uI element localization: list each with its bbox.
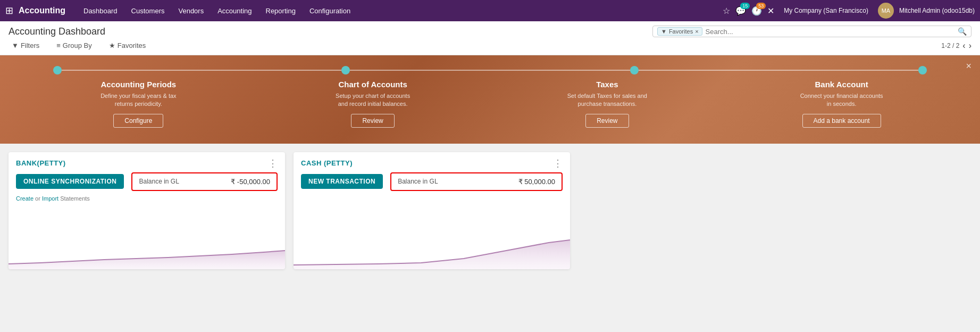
online-sync-button[interactable]: ONLINE SYNCHRONIZATION xyxy=(16,174,124,189)
page-title: Accounting Dashboard xyxy=(9,26,652,37)
card-1-menu-icon[interactable]: ⋮ xyxy=(268,157,278,169)
nav-dashboard[interactable]: Dashboard xyxy=(77,5,124,17)
chat-badge: 15 xyxy=(740,3,750,9)
card-2-title: CASH (PETTY) xyxy=(301,159,353,167)
search-input[interactable] xyxy=(706,28,954,36)
new-transaction-button[interactable]: NEW TRANSACTION xyxy=(301,174,383,189)
filters-label: Filters xyxy=(21,42,39,49)
clock-badge: 53 xyxy=(756,3,766,9)
card-2-body: NEW TRANSACTION Balance in GL ₹ 50,000.0… xyxy=(294,172,570,227)
step-1-title: Accounting Periods xyxy=(101,80,177,89)
card-1-link: Create or Import Statements xyxy=(16,195,278,202)
favorites-tag[interactable]: ▼ Favorites × xyxy=(657,27,702,36)
filter-group: ▼ Filters ≡ Group By ★ Favorites xyxy=(9,40,149,51)
prev-page-button[interactable]: ‹ xyxy=(962,41,965,51)
step-dot-2 xyxy=(341,66,350,74)
next-page-button[interactable]: › xyxy=(969,41,971,51)
groupby-button[interactable]: ≡ Group By xyxy=(53,40,95,51)
step-2-button[interactable]: Review xyxy=(351,114,394,128)
star-icon-btn[interactable]: ☆ xyxy=(723,6,730,16)
step-2-desc: Setup your chart of accounts and record … xyxy=(330,92,415,109)
grid-icon[interactable]: ⊞ xyxy=(5,5,13,16)
card-1-balance-label: Balance in GL xyxy=(139,178,179,185)
card-1-body: ONLINE SYNCHRONIZATION Balance in GL ₹ -… xyxy=(9,172,285,227)
close-icon-btn[interactable]: ✕ xyxy=(767,6,774,16)
close-banner-button[interactable]: × xyxy=(966,61,971,72)
dashboard-content: BANK(PETTY) ⋮ ONLINE SYNCHRONIZATION Bal… xyxy=(0,144,980,278)
favorites-button[interactable]: ★ Favorites xyxy=(106,40,149,51)
step-1-desc: Define your fiscal years & tax returns p… xyxy=(96,92,181,109)
step-connector-1 xyxy=(62,70,341,71)
bank-petty-card: BANK(PETTY) ⋮ ONLINE SYNCHRONIZATION Bal… xyxy=(9,152,285,269)
topnav-actions: ☆ 💬 15 🕐 53 ✕ My Company (San Francisco)… xyxy=(723,3,975,19)
search-bar: ▼ Favorites × 🔍 xyxy=(652,26,971,37)
company-name: My Company (San Francisco) xyxy=(784,7,868,14)
nav-accounting[interactable]: Accounting xyxy=(211,5,258,17)
user-avatar[interactable]: MA xyxy=(878,3,894,19)
top-navigation: ⊞ Accounting Dashboard Customers Vendors… xyxy=(0,0,980,21)
card-2-menu-icon[interactable]: ⋮ xyxy=(553,157,563,169)
clock-icon-btn[interactable]: 🕐 53 xyxy=(751,6,762,16)
nav-vendors[interactable]: Vendors xyxy=(172,5,210,17)
card-1-balance-box: Balance in GL ₹ -50,000.00 xyxy=(131,172,278,191)
create-statements-link[interactable]: Create xyxy=(16,195,33,202)
pagination: 1-2 / 2 ‹ › xyxy=(941,41,971,51)
subheader: Accounting Dashboard ▼ Favorites × 🔍 ▼ F… xyxy=(0,21,980,55)
step-chart-accounts: Chart of Accounts Setup your chart of ac… xyxy=(256,80,490,128)
step-accounting-periods: Accounting Periods Define your fiscal ye… xyxy=(21,80,256,128)
filters-button[interactable]: ▼ Filters xyxy=(9,40,43,51)
nav-menu: Dashboard Customers Vendors Accounting R… xyxy=(77,5,719,17)
filter-icon: ▼ xyxy=(661,28,667,35)
nav-configuration[interactable]: Configuration xyxy=(303,5,357,17)
search-icon[interactable]: 🔍 xyxy=(958,27,967,36)
star-filter-icon: ★ xyxy=(109,42,115,49)
steps-content: Accounting Periods Define your fiscal ye… xyxy=(21,80,959,128)
filter-funnel-icon: ▼ xyxy=(12,42,19,49)
import-statements-link[interactable]: Import xyxy=(42,195,58,202)
favorites-tag-label: Favorites xyxy=(669,28,693,35)
nav-customers[interactable]: Customers xyxy=(125,5,171,17)
step-2-title: Chart of Accounts xyxy=(338,80,407,89)
card-2-balance-value: ₹ 50,000.00 xyxy=(518,178,555,186)
card-1-actions: ONLINE SYNCHRONIZATION Balance in GL ₹ -… xyxy=(16,172,278,191)
favorites-filter-label: Favorites xyxy=(118,42,146,49)
step-taxes: Taxes Set default Taxes for sales and pu… xyxy=(490,80,725,128)
step-4-desc: Connect your financial accounts in secon… xyxy=(799,92,884,109)
favorites-tag-close[interactable]: × xyxy=(695,28,698,35)
pagination-text: 1-2 / 2 xyxy=(941,42,959,49)
chat-icon-btn[interactable]: 💬 15 xyxy=(735,6,746,16)
step-1-button[interactable]: Configure xyxy=(113,114,163,128)
step-4-button[interactable]: Add a bank account xyxy=(802,114,881,128)
app-brand: Accounting xyxy=(19,6,65,15)
step-4-title: Bank Account xyxy=(815,80,868,89)
step-bank-account: Bank Account Connect your financial acco… xyxy=(724,80,959,128)
card-2-chart xyxy=(294,227,570,269)
step-3-title: Taxes xyxy=(596,80,618,89)
card-2-header: CASH (PETTY) ⋮ xyxy=(294,152,570,172)
card-1-header: BANK(PETTY) ⋮ xyxy=(9,152,285,172)
step-3-button[interactable]: Review xyxy=(585,114,629,128)
steps-timeline xyxy=(21,66,959,74)
groupby-label: Group By xyxy=(63,42,92,49)
card-2-balance-label: Balance in GL xyxy=(398,178,438,185)
card-1-balance-value: ₹ -50,000.00 xyxy=(231,178,270,186)
card-1-chart xyxy=(9,227,285,269)
nav-reporting[interactable]: Reporting xyxy=(259,5,302,17)
user-name: Mitchell Admin (odoo15db) xyxy=(899,7,975,14)
card-2-actions: NEW TRANSACTION Balance in GL ₹ 50,000.0… xyxy=(301,172,563,191)
step-dot-4 xyxy=(918,66,927,74)
cash-petty-card: CASH (PETTY) ⋮ NEW TRANSACTION Balance i… xyxy=(294,152,570,269)
groupby-icon: ≡ xyxy=(56,42,61,49)
setup-banner: × Accounting Periods Define your fiscal … xyxy=(0,55,980,144)
step-connector-2 xyxy=(350,70,630,71)
empty-dashboard-area xyxy=(579,152,971,269)
step-dot-1 xyxy=(53,66,62,74)
step-connector-3 xyxy=(639,70,918,71)
step-dot-3 xyxy=(630,66,639,74)
card-1-title: BANK(PETTY) xyxy=(16,159,66,167)
step-3-desc: Set default Taxes for sales and purchase… xyxy=(565,92,650,109)
card-2-balance-box: Balance in GL ₹ 50,000.00 xyxy=(390,172,563,191)
